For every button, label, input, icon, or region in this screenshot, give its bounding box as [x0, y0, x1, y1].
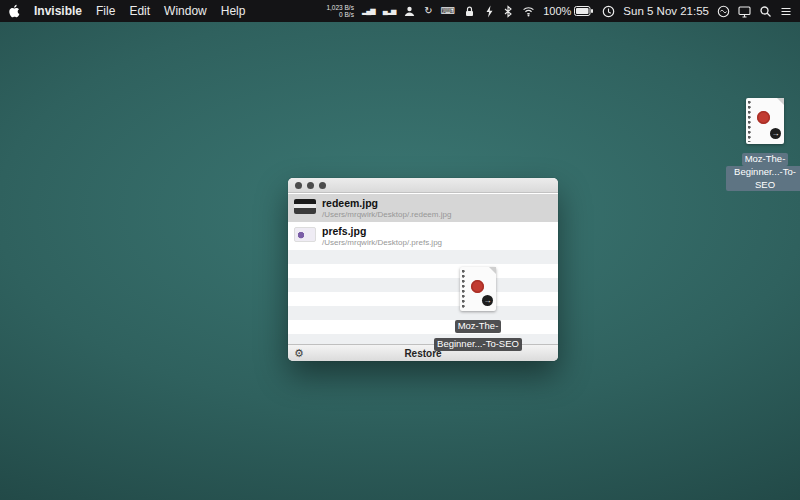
power-bolt-icon[interactable] — [484, 5, 494, 18]
desktop-file-label: Moz-The- Beginner...-To-SEO — [726, 148, 800, 192]
list-item-prefs[interactable]: prefs.jpg /Users/mrqwirk/Desktop/.prefs.… — [288, 222, 558, 250]
time-machine-icon[interactable] — [602, 5, 615, 18]
siri-icon[interactable] — [717, 5, 730, 18]
file-thumbnail — [294, 227, 316, 242]
battery-icon — [574, 5, 594, 17]
menu-bar: Invisible File Edit Window Help 1,023 B/… — [0, 0, 800, 22]
desktop-file-label-line1: Moz-The- — [742, 153, 789, 166]
file-path: /Users/mrqwirk/Desktop/.redeem.jpg — [322, 210, 451, 219]
notification-center-icon[interactable] — [780, 5, 792, 18]
menu-bar-clock[interactable]: Sun 5 Nov 21:55 — [623, 5, 709, 17]
user-account-icon[interactable] — [403, 5, 416, 18]
file-path: /Users/mrqwirk/Desktop/.prefs.jpg — [322, 238, 442, 247]
moz-logo-badge — [757, 111, 770, 124]
page-fold-corner — [489, 267, 496, 274]
spiral-binding — [461, 269, 466, 309]
network-upload-rate: 1,023 B/s — [326, 4, 353, 12]
window-titlebar[interactable] — [288, 178, 558, 193]
display-icon[interactable] — [738, 5, 751, 18]
menu-file[interactable]: File — [96, 4, 115, 18]
download-arrow-icon: → — [482, 295, 493, 306]
sync-icon[interactable]: ↻ — [424, 5, 432, 17]
keyboard-input-icon[interactable]: ⌨ — [441, 5, 455, 17]
apple-menu-icon[interactable] — [8, 4, 20, 18]
spiral-binding — [747, 100, 752, 142]
desktop-file-label-line2: Beginner...-To-SEO — [726, 166, 800, 191]
invisible-app-window: redeem.jpg /Users/mrqwirk/Desktop/.redee… — [288, 178, 558, 361]
download-arrow-icon: → — [770, 128, 781, 139]
file-thumbnail — [294, 199, 316, 214]
wifi-icon[interactable] — [522, 5, 535, 17]
network-throughput-stats[interactable]: 1,023 B/s 0 B/s — [326, 4, 353, 19]
file-name: prefs.jpg — [322, 225, 442, 238]
minimize-button[interactable] — [307, 182, 314, 189]
memory-activity-icon[interactable]: ▄▂▅ — [383, 7, 396, 15]
page-fold-corner — [777, 98, 784, 105]
gear-settings-icon[interactable]: ⚙ — [294, 346, 304, 361]
menu-edit[interactable]: Edit — [129, 4, 150, 18]
dragged-file-label-line2: Beginner...-To-SEO — [434, 338, 522, 351]
hidden-files-list: redeem.jpg /Users/mrqwirk/Desktop/.redee… — [288, 194, 558, 344]
desktop-file-moz-pdf[interactable]: → Moz-The- Beginner...-To-SEO — [726, 98, 800, 192]
menu-window[interactable]: Window — [164, 4, 207, 18]
dragged-file-label: Moz-The- Beginner...-To-SEO — [433, 315, 523, 351]
battery-status[interactable]: 100% — [543, 5, 594, 17]
zoom-button[interactable] — [319, 182, 326, 189]
menu-help[interactable]: Help — [221, 4, 246, 18]
dragged-file-label-line1: Moz-The- — [455, 320, 502, 333]
file-name: redeem.jpg — [322, 197, 451, 210]
list-item-redeem[interactable]: redeem.jpg /Users/mrqwirk/Desktop/.redee… — [288, 194, 558, 222]
network-download-rate: 0 B/s — [339, 11, 354, 19]
lock-icon[interactable] — [463, 5, 476, 18]
dragged-file-ghost[interactable]: → Moz-The- Beginner...-To-SEO — [433, 267, 523, 351]
desktop-background: Invisible File Edit Window Help 1,023 B/… — [0, 0, 800, 500]
moz-logo-badge — [471, 280, 484, 293]
bluetooth-icon[interactable] — [502, 5, 514, 18]
spotlight-search-icon[interactable] — [759, 5, 772, 18]
close-button[interactable] — [295, 182, 302, 189]
document-file-icon: → — [746, 98, 784, 144]
active-app-menu[interactable]: Invisible — [34, 4, 82, 18]
battery-percent-label: 100% — [543, 5, 571, 17]
cpu-activity-icon[interactable]: ▂▄▆ — [362, 7, 375, 15]
document-file-icon: → — [460, 267, 496, 311]
